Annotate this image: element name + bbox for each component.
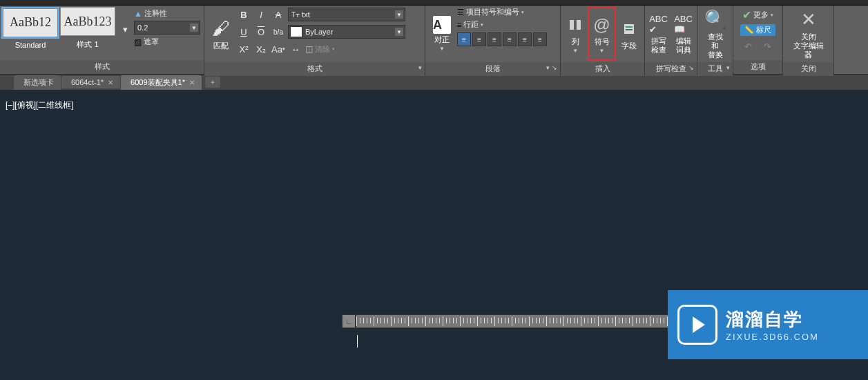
- columns-button[interactable]: 列 ▼: [564, 7, 586, 61]
- color-combo[interactable]: ByLayer ▼: [288, 25, 405, 39]
- watermark: 溜溜自学 ZIXUE.3D66.COM: [668, 290, 868, 359]
- panel-styles-title: 样式: [0, 60, 204, 74]
- panel-insert-title: 插入: [561, 62, 644, 76]
- match-button[interactable]: 🖌 匹配: [207, 7, 235, 61]
- bold-button[interactable]: B: [236, 7, 251, 22]
- menu-bar: [0, 0, 868, 6]
- underline-button[interactable]: U: [236, 24, 251, 39]
- undo-button[interactable]: ↶: [741, 39, 756, 54]
- tab-new[interactable]: 新选项卡: [14, 75, 61, 90]
- abc-check-icon: ABC✔: [649, 13, 668, 35]
- panel-paragraph: A 对正 ▼ ☰ 项目符号和编号 ▾ ≡ 行距 ▾ ≡ ≡ ≡: [425, 6, 561, 74]
- annotative-label: 注释性: [144, 8, 167, 19]
- clear-label: 清除: [315, 44, 330, 55]
- panel-tools: 🔍 查找和 替换 工具▾: [697, 6, 733, 74]
- svg-rect-0: [570, 20, 574, 30]
- superscript-button[interactable]: X²: [236, 41, 251, 57]
- find-replace-button[interactable]: 🔍 查找和 替换: [700, 7, 730, 61]
- font-icon: Tᴛ: [291, 11, 300, 19]
- text-style-standard[interactable]: AaBb12 Standard: [3, 8, 58, 51]
- mask-button[interactable]: ▨ 遮罩: [134, 37, 201, 47]
- tab-6064ct[interactable]: 6064ct-1*✕: [61, 76, 120, 88]
- panel-close-title: 关闭: [783, 62, 833, 76]
- mask-icon: ▨: [134, 37, 142, 47]
- chevron-down-icon[interactable]: ▾ ↘: [546, 64, 557, 71]
- text-height-value: 0.2: [137, 23, 148, 32]
- annotative-icon: ▲: [134, 9, 142, 19]
- columns-label: 列: [572, 37, 579, 46]
- ruler-toggle[interactable]: 📏 标尺: [740, 24, 775, 36]
- stack-button[interactable]: b/a: [271, 24, 286, 39]
- close-label: 关闭 文字编辑器: [790, 32, 827, 59]
- panel-insert: 列 ▼ @ 符号 ▼ 字段 插入: [561, 6, 645, 74]
- more-label: 更多: [753, 10, 769, 20]
- font-value: txt: [302, 10, 310, 19]
- justify-label: 对正: [434, 35, 450, 44]
- color-swatch: [290, 26, 302, 37]
- svg-rect-1: [577, 20, 581, 30]
- watermark-title: 溜溜自学: [726, 307, 819, 332]
- text-style-1[interactable]: AaBb123 样式 1: [60, 7, 115, 52]
- field-label: 字段: [621, 41, 637, 50]
- bullets-button[interactable]: ☰ 项目符号和编号 ▾: [457, 7, 547, 17]
- justify-button[interactable]: A 对正 ▼: [428, 7, 456, 61]
- close-icon[interactable]: ✕: [108, 79, 113, 86]
- italic-button[interactable]: I: [253, 7, 269, 22]
- model-viewport[interactable]: [–][俯视][二维线框] ∟ 溜溜自学 ZIXUE.3D66.COM: [0, 90, 868, 380]
- bullets-icon: ☰: [457, 8, 464, 17]
- text-height-combo[interactable]: 0.2 ▼: [134, 21, 200, 35]
- dropdown-icon: ▼: [190, 23, 198, 32]
- change-case-button[interactable]: Aa▾: [271, 41, 286, 57]
- panel-format: 🖌 匹配 B I A Tᴛ txt ▼ U O b/a: [204, 6, 425, 74]
- field-button[interactable]: 字段: [617, 7, 641, 61]
- dialog-launcher-icon[interactable]: ↘: [688, 64, 694, 71]
- subscript-button[interactable]: X₂: [253, 41, 269, 57]
- linespacing-icon: ≡: [457, 21, 461, 29]
- new-tab-button[interactable]: ＋: [205, 77, 220, 88]
- chevron-down-icon: ▼: [439, 46, 445, 52]
- at-icon: @: [593, 14, 610, 36]
- chevron-down-icon[interactable]: ▾: [726, 64, 730, 71]
- font-combo[interactable]: Tᴛ txt ▼: [288, 8, 405, 21]
- bullets-label: 项目符号和编号: [466, 7, 519, 17]
- strike-button[interactable]: A: [271, 7, 286, 22]
- chevron-down-icon[interactable]: ▾: [418, 64, 422, 71]
- panel-close: ✕ 关闭 文字编辑器 关闭: [783, 6, 834, 74]
- style-preview-b: AaBb123: [60, 7, 115, 36]
- color-value: ByLayer: [305, 28, 333, 36]
- brush-icon: 🖌: [212, 18, 230, 40]
- justify-icon: A: [433, 16, 451, 34]
- linespacing-label: 行距: [463, 19, 479, 30]
- linespacing-button[interactable]: ≡ 行距 ▾: [457, 19, 547, 30]
- edit-dictionary-button[interactable]: ABC📖 编辑 词典: [672, 7, 695, 61]
- close-icon[interactable]: ✕: [189, 79, 195, 86]
- panel-spellcheck-title: 拼写检查↘: [645, 62, 697, 76]
- align-default-button[interactable]: ≡: [533, 32, 547, 46]
- eraser-icon: ◫: [305, 44, 313, 54]
- symbol-button[interactable]: @ 符号 ▼: [588, 7, 615, 61]
- align-center-button[interactable]: ≡: [472, 32, 486, 46]
- more-button[interactable]: ✔ 更多 ▾: [742, 8, 773, 21]
- close-editor-button[interactable]: ✕ 关闭 文字编辑器: [786, 7, 831, 61]
- mask-label: 遮罩: [144, 37, 159, 47]
- dict-label: 编辑 词典: [676, 37, 691, 55]
- style-preview-a: AaBb12: [3, 8, 58, 37]
- style-name-b: 样式 1: [60, 37, 115, 52]
- svg-rect-4: [626, 29, 633, 30]
- align-right-button[interactable]: ≡: [488, 32, 501, 46]
- overline-button[interactable]: O: [253, 24, 269, 39]
- align-left-button[interactable]: ≡: [457, 32, 471, 46]
- align-justify-button[interactable]: ≡: [503, 32, 517, 46]
- align-distribute-button[interactable]: ≡: [518, 32, 532, 46]
- style-gallery-expand[interactable]: ▾: [117, 22, 133, 37]
- clear-format-button[interactable]: ◫ 清除 ▾: [305, 44, 335, 55]
- panel-paragraph-title: 段落▾ ↘: [425, 62, 560, 76]
- ribbon: AaBb12 Standard AaBb123 样式 1 ▾ ▲ 注释性 0.2: [0, 6, 868, 75]
- tab-6009[interactable]: 6009装配夹具1*✕: [121, 75, 202, 90]
- spell-label: 拼写 检查: [651, 37, 666, 55]
- viewport-label[interactable]: [–][俯视][二维线框]: [6, 99, 74, 111]
- redo-button[interactable]: ↷: [760, 39, 775, 54]
- spellcheck-button[interactable]: ABC✔ 拼写 检查: [647, 7, 671, 61]
- find-label: 查找和 替换: [704, 32, 726, 59]
- width-factor-button[interactable]: ↔: [288, 41, 303, 57]
